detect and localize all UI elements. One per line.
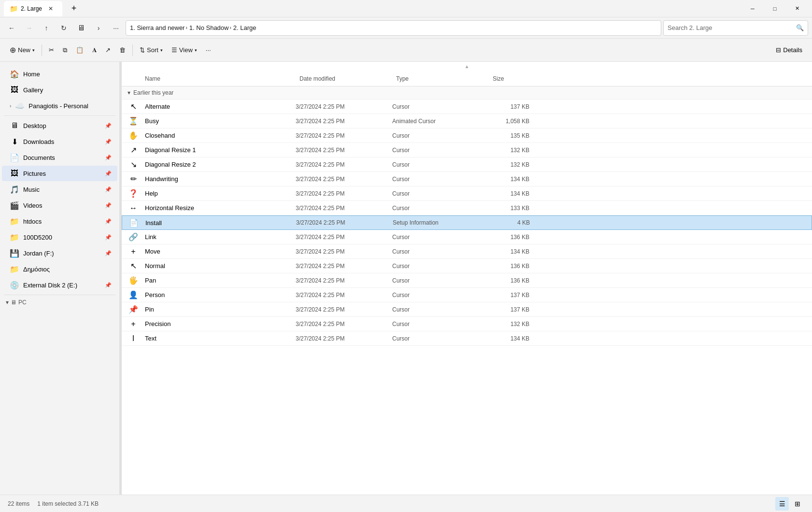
table-row[interactable]: ↖ Alternate 3/27/2024 2:25 PM Cursor 137… xyxy=(122,100,812,114)
file-name: Diagonal Resize 1 xyxy=(145,146,296,154)
back-button[interactable]: ← xyxy=(4,20,19,36)
table-row[interactable]: + Move 3/27/2024 2:25 PM Cursor 134 KB xyxy=(122,244,812,259)
location-icon[interactable]: 🖥 xyxy=(73,20,89,36)
copy-button[interactable]: ⧉ xyxy=(59,42,71,58)
view-button[interactable]: ☰ View ▾ xyxy=(168,42,201,58)
delete-button[interactable]: 🗑 xyxy=(115,42,129,58)
selection-info: 1 item selected 3.71 KB xyxy=(37,500,99,507)
details-view-button[interactable]: ☰ xyxy=(775,497,789,511)
sidebar-item-label: Jordan (F:) xyxy=(23,250,101,257)
file-type: Cursor xyxy=(392,292,489,299)
sidebar-item-external-disk[interactable]: 💿 External Disk 2 (E:) 📌 xyxy=(2,277,117,293)
column-name[interactable]: Name xyxy=(122,71,296,86)
chevron-icon: › xyxy=(185,25,187,30)
file-type-icon: ✏ xyxy=(122,174,145,184)
file-type: Cursor xyxy=(392,306,489,313)
table-row[interactable]: ✋ Closehand 3/27/2024 2:25 PM Cursor 135… xyxy=(122,128,812,143)
sidebar-item-videos[interactable]: 🎬 Videos 📌 xyxy=(2,198,117,213)
cut-button[interactable]: ✂ xyxy=(45,42,58,58)
tiles-view-button[interactable]: ⊞ xyxy=(791,497,804,511)
table-row[interactable]: 📌 Pin 3/27/2024 2:25 PM Cursor 137 KB xyxy=(122,302,812,317)
sidebar-item-personal[interactable]: › ☁️ Panagiotis - Personal xyxy=(2,98,117,114)
sidebar-item-downloads[interactable]: ⬇ Downloads 📌 xyxy=(2,134,117,149)
file-name: Install xyxy=(145,219,296,227)
refresh-button[interactable]: ↻ xyxy=(56,20,71,36)
share-button[interactable]: ↗ xyxy=(101,42,114,58)
file-size: 134 KB xyxy=(489,248,537,255)
table-row[interactable]: ✏ Handwriting 3/27/2024 2:25 PM Cursor 1… xyxy=(122,172,812,186)
column-size[interactable]: Size xyxy=(489,71,537,86)
file-date: 3/27/2024 2:25 PM xyxy=(296,306,392,313)
sort-label: Sort xyxy=(147,46,158,54)
more-locations-button[interactable]: ··· xyxy=(108,20,124,36)
table-row[interactable]: 👤 Person 3/27/2024 2:25 PM Cursor 137 KB xyxy=(122,288,812,302)
rename-button[interactable]: 𝐀 xyxy=(88,42,100,58)
chevron-right-button[interactable]: › xyxy=(91,20,106,36)
status-bar: 22 items 1 item selected 3.71 KB ☰ ⊞ xyxy=(0,495,812,512)
sidebar: 🏠 Home 🖼 Gallery › ☁️ Panagiotis - Perso… xyxy=(0,62,120,495)
column-date[interactable]: Date modified xyxy=(296,71,392,86)
file-type-icon: ⏳ xyxy=(122,116,145,126)
sidebar-separator-2 xyxy=(4,295,115,295)
sidebar-item-gallery[interactable]: 🖼 Gallery xyxy=(2,82,117,98)
sidebar-item-dimosios[interactable]: 📁 Δημόσιος xyxy=(2,261,117,277)
sidebar-this-pc[interactable]: ▾ 🖥 PC xyxy=(0,297,119,308)
sidebar-item-home[interactable]: 🏠 Home xyxy=(2,66,117,82)
pictures-icon: 🖼 xyxy=(10,169,19,178)
close-tab-button[interactable]: ✕ xyxy=(45,3,57,14)
search-bar[interactable]: Search 2. Large 🔍 xyxy=(663,20,808,36)
minimize-button[interactable]: ─ xyxy=(741,0,764,17)
expand-icon: › xyxy=(10,103,11,109)
table-row[interactable]: ↘ Diagonal Resize 2 3/27/2024 2:25 PM Cu… xyxy=(122,157,812,172)
breadcrumb-part-3[interactable]: 2. Large xyxy=(233,24,256,31)
table-row[interactable]: 📄 Install 3/27/2024 2:25 PM Setup Inform… xyxy=(122,215,812,230)
sidebar-item-pictures[interactable]: 🖼 Pictures 📌 xyxy=(2,166,117,181)
sidebar-item-100d5200[interactable]: 📁 100D5200 📌 xyxy=(2,229,117,245)
file-type-icon: ❓ xyxy=(122,189,145,198)
forward-button[interactable]: → xyxy=(21,20,37,36)
details-button[interactable]: ⊟ Details xyxy=(772,42,806,58)
pc-label: PC xyxy=(18,299,27,306)
sidebar-item-jordan[interactable]: 💾 Jordan (F:) 📌 xyxy=(2,245,117,261)
breadcrumb-part-2[interactable]: 1. No Shadow › xyxy=(189,24,231,31)
close-button[interactable]: ✕ xyxy=(786,0,808,17)
file-name: Text xyxy=(145,335,296,342)
table-row[interactable]: ↔ Horizontal Resize 3/27/2024 2:25 PM Cu… xyxy=(122,201,812,215)
table-row[interactable]: 🖐 Pan 3/27/2024 2:25 PM Cursor 136 KB xyxy=(122,273,812,288)
file-date: 3/27/2024 2:25 PM xyxy=(296,248,392,255)
paste-button[interactable]: 📋 xyxy=(72,42,87,58)
group-header-earlier[interactable]: ▾ Earlier this year xyxy=(122,86,812,100)
file-type-icon: I xyxy=(122,334,145,343)
table-row[interactable]: ⏳ Busy 3/27/2024 2:25 PM Animated Cursor… xyxy=(122,114,812,128)
file-size: 134 KB xyxy=(489,335,537,342)
sort-chevron-icon: ▾ xyxy=(160,48,163,53)
table-row[interactable]: + Precision 3/27/2024 2:25 PM Cursor 132… xyxy=(122,317,812,331)
file-type-icon: 📄 xyxy=(122,218,145,228)
more-options-button[interactable]: ··· xyxy=(202,42,215,58)
maximize-button[interactable]: □ xyxy=(764,0,786,17)
sort-button[interactable]: ⇅ Sort ▾ xyxy=(136,42,167,58)
sort-icon: ⇅ xyxy=(140,46,145,54)
file-date: 3/27/2024 2:25 PM xyxy=(296,205,392,212)
column-type[interactable]: Type xyxy=(392,71,489,86)
sidebar-item-htdocs[interactable]: 📁 htdocs 📌 xyxy=(2,213,117,229)
delete-icon: 🗑 xyxy=(119,46,126,54)
up-button[interactable]: ↑ xyxy=(39,20,54,36)
breadcrumb-part-1[interactable]: 1. Sierra and newer › xyxy=(130,24,187,31)
table-row[interactable]: ↗ Diagonal Resize 1 3/27/2024 2:25 PM Cu… xyxy=(122,143,812,157)
sidebar-item-music[interactable]: 🎵 Music 📌 xyxy=(2,182,117,197)
file-type: Cursor xyxy=(392,176,489,183)
table-row[interactable]: 🔗 Link 3/27/2024 2:25 PM Cursor 136 KB xyxy=(122,230,812,244)
address-bar[interactable]: 1. Sierra and newer › 1. No Shadow › 2. … xyxy=(126,20,661,36)
table-row[interactable]: I Text 3/27/2024 2:25 PM Cursor 134 KB xyxy=(122,331,812,346)
table-row[interactable]: ❓ Help 3/27/2024 2:25 PM Cursor 134 KB xyxy=(122,186,812,201)
file-date: 3/27/2024 2:25 PM xyxy=(296,118,392,125)
window-tab[interactable]: 📁 2. Large ✕ xyxy=(4,1,62,16)
sidebar-item-desktop[interactable]: 🖥 Desktop 📌 xyxy=(2,118,117,133)
toolbar: ⊕ New ▾ ✂ ⧉ 📋 𝐀 ↗ 🗑 ⇅ Sort ▾ ☰ View ▾ ··… xyxy=(0,39,812,62)
new-button[interactable]: ⊕ New ▾ xyxy=(6,42,39,58)
sidebar-item-documents[interactable]: 📄 Documents 📌 xyxy=(2,150,117,165)
table-row[interactable]: ↖ Normal 3/27/2024 2:25 PM Cursor 136 KB xyxy=(122,259,812,273)
file-size: 136 KB xyxy=(489,277,537,284)
new-tab-button[interactable]: + xyxy=(66,1,82,16)
